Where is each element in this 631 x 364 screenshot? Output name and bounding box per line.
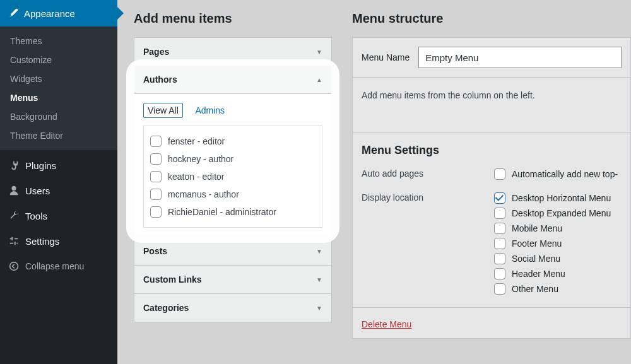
sidebar-item-label: Plugins	[25, 160, 56, 171]
auto-add-checkbox[interactable]	[494, 168, 505, 180]
author-row[interactable]: fenster - editor	[148, 132, 318, 150]
accordion-categories-header[interactable]: Categories ▼	[134, 293, 331, 322]
accordion-label: Authors	[143, 74, 177, 85]
location-checkbox[interactable]	[494, 238, 505, 249]
empty-menu-hint: Add menu items from the column on the le…	[362, 90, 622, 100]
collapse-icon	[8, 260, 20, 273]
sidebar-sub-theme-editor[interactable]: Theme Editor	[0, 126, 117, 145]
location-option[interactable]: Desktop Expanded Menu	[494, 208, 622, 219]
brush-icon	[8, 8, 19, 19]
location-checkbox[interactable]	[494, 208, 505, 219]
option-label: Footer Menu	[512, 238, 562, 249]
add-menu-items-column: Add menu items Pages ▼ Authors ▲	[117, 0, 341, 364]
sidebar-item-settings[interactable]: Settings	[0, 228, 117, 254]
sidebar-section-appearance[interactable]: Appearance	[0, 0, 117, 26]
author-row[interactable]: keaton - editor	[148, 168, 318, 185]
author-label: hockney - author	[168, 154, 233, 164]
chevron-down-icon: ▼	[316, 248, 322, 255]
sliders-icon	[8, 235, 20, 247]
authors-tabs: View All Admins	[143, 103, 322, 118]
author-row[interactable]: hockney - author	[148, 150, 318, 168]
author-checkbox[interactable]	[150, 136, 162, 147]
location-checkbox[interactable]	[494, 192, 505, 204]
option-label: Social Menu	[512, 254, 560, 264]
auto-add-option[interactable]: Automatically add new top-	[494, 168, 622, 180]
delete-menu-link[interactable]: Delete Menu	[362, 319, 411, 329]
menu-body: Add menu items from the column on the le…	[352, 78, 631, 339]
chevron-down-icon: ▼	[316, 305, 322, 312]
menu-settings-title: Menu Settings	[362, 144, 622, 157]
location-option[interactable]: Mobile Menu	[494, 223, 622, 234]
sidebar-sub-customize[interactable]: Customize	[0, 50, 117, 69]
sidebar-sub-background[interactable]: Background	[0, 107, 117, 126]
sidebar-item-label: Users	[25, 185, 50, 196]
sidebar-item-plugins[interactable]: Plugins	[0, 153, 117, 178]
separator	[353, 132, 630, 132]
author-checkbox[interactable]	[150, 171, 162, 182]
add-menu-items-title: Add menu items	[134, 11, 332, 26]
option-label: Other Menu	[512, 284, 558, 294]
location-option[interactable]: Header Menu	[494, 268, 622, 279]
option-label: Automatically add new top-	[512, 169, 618, 179]
author-checkbox[interactable]	[150, 206, 162, 218]
location-checkbox[interactable]	[494, 268, 505, 279]
author-checkbox[interactable]	[150, 189, 162, 200]
svg-point-0	[10, 262, 18, 271]
tab-admins[interactable]: Admins	[191, 103, 228, 117]
sidebar-item-users[interactable]: Users	[0, 178, 117, 203]
sidebar-collapse[interactable]: Collapse menu	[0, 254, 117, 279]
menu-name-row: Menu Name	[352, 37, 631, 78]
accordion-authors-header[interactable]: Authors ▲	[134, 66, 331, 93]
sidebar-item-tools[interactable]: Tools	[0, 203, 117, 228]
author-row[interactable]: mcmanus - author	[148, 185, 318, 203]
author-row[interactable]: RichieDaniel - administrator	[148, 203, 318, 221]
menu-items-accordion: Pages ▼ Authors ▲ View All Admins	[134, 37, 332, 322]
accordion-label: Pages	[143, 47, 169, 57]
location-option[interactable]: Social Menu	[494, 253, 622, 264]
admin-sidebar: Appearance Themes Customize Widgets Menu…	[0, 0, 117, 364]
sidebar-sub-menus[interactable]: Menus	[0, 88, 117, 107]
menu-name-input[interactable]	[418, 47, 622, 68]
menu-structure-column: Menu structure Menu Name Add menu items …	[341, 0, 631, 364]
location-checkbox[interactable]	[494, 283, 505, 295]
author-label: fenster - editor	[168, 136, 225, 146]
menu-name-label: Menu Name	[362, 52, 410, 62]
setting-label: Display location	[362, 192, 494, 298]
option-label: Mobile Menu	[512, 223, 562, 233]
user-icon	[8, 184, 20, 197]
authors-list: fenster - editor hockney - author keaton…	[143, 126, 322, 228]
sidebar-main: Plugins Users Tools Settings	[0, 150, 117, 279]
location-option[interactable]: Other Menu	[494, 283, 622, 295]
menu-structure-title: Menu structure	[352, 11, 631, 26]
accordion-label: Posts	[143, 246, 167, 256]
sidebar-sub-themes[interactable]: Themes	[0, 32, 117, 50]
author-label: RichieDaniel - administrator	[168, 207, 276, 217]
sidebar-item-label: Settings	[25, 236, 59, 247]
option-label: Desktop Horizontal Menu	[512, 193, 611, 203]
option-label: Desktop Expanded Menu	[512, 208, 611, 218]
accordion-label: Custom Links	[143, 274, 202, 285]
active-pointer-icon	[117, 7, 124, 20]
sidebar-section-label: Appearance	[24, 8, 75, 19]
chevron-down-icon: ▼	[316, 49, 322, 56]
app-root: Appearance Themes Customize Widgets Menu…	[0, 0, 631, 364]
wrench-icon	[8, 209, 20, 222]
author-checkbox[interactable]	[150, 153, 162, 165]
display-location-options: Desktop Horizontal Menu Desktop Expanded…	[494, 192, 622, 298]
location-checkbox[interactable]	[494, 223, 505, 234]
location-option[interactable]: Desktop Horizontal Menu	[494, 192, 622, 204]
sidebar-submenu: Themes Customize Widgets Menus Backgroun…	[0, 26, 117, 150]
sidebar-sub-widgets[interactable]: Widgets	[0, 69, 117, 88]
location-option[interactable]: Footer Menu	[494, 238, 622, 249]
author-label: keaton - editor	[168, 172, 225, 182]
author-label: mcmanus - author	[168, 189, 239, 199]
accordion-label: Categories	[143, 303, 189, 313]
location-checkbox[interactable]	[494, 253, 505, 264]
separator	[353, 307, 630, 308]
content: Add menu items Pages ▼ Authors ▲	[117, 0, 631, 364]
setting-label: Auto add pages	[362, 168, 494, 184]
chevron-up-icon: ▲	[316, 76, 322, 83]
option-label: Header Menu	[512, 269, 565, 279]
tab-view-all[interactable]: View All	[143, 103, 183, 118]
accordion-custom-links-header[interactable]: Custom Links ▼	[134, 265, 331, 293]
